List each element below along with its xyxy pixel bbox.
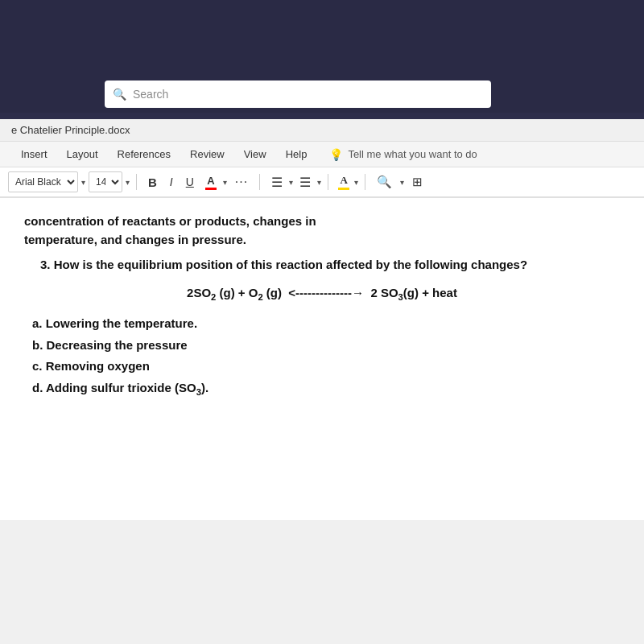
bold-button[interactable]: B <box>143 171 162 192</box>
indent-chevron[interactable]: ▾ <box>317 178 321 187</box>
font-size-select[interactable]: 14 <box>89 171 122 192</box>
answer-b: b. Decreasing the pressure <box>32 336 620 355</box>
italic-button[interactable]: I <box>165 171 178 192</box>
search-icon: 🔍 <box>113 88 126 101</box>
search-input-placeholder[interactable]: Search <box>133 88 168 101</box>
search-button[interactable]: 🔍 <box>372 171 397 192</box>
document-title: e Chatelier Principle.docx <box>11 124 130 136</box>
list-button[interactable]: ☰ <box>266 171 287 192</box>
divider-2 <box>259 174 260 190</box>
font-color-button[interactable]: A <box>202 173 220 192</box>
font-color-bar <box>205 188 217 190</box>
highlight-chevron[interactable]: ▾ <box>354 178 358 187</box>
answer-d-text-suffix: ). <box>201 381 208 394</box>
search-bar-container: 🔍 Search <box>105 80 491 108</box>
partial-line: concentration of reactants or products, … <box>24 214 620 228</box>
question-text: How is the equilibrium position of this … <box>54 258 527 271</box>
font-name-select[interactable]: Arial Black <box>8 171 78 192</box>
answer-d-text-prefix: Adding sulfur trioxide (SO <box>46 381 196 394</box>
menu-review[interactable]: Review <box>180 145 234 163</box>
divider-4 <box>365 174 365 190</box>
divider-1 <box>136 174 137 190</box>
word-window: e Chatelier Principle.docx Insert Layout… <box>0 119 644 644</box>
answer-c-text: Removing oxygen <box>46 359 150 373</box>
answers-list: a. Lowering the temperature. b. Decreasi… <box>24 315 620 398</box>
answer-c-label: c. <box>32 359 46 373</box>
toolbar: Arial Black ▾ 14 ▾ B I U A ▾ ··· ☰ ▾ ☰ <box>0 167 644 198</box>
search-chevron[interactable]: ▾ <box>400 178 404 187</box>
menu-search-area[interactable]: 💡 Tell me what you want to do <box>329 148 477 161</box>
menu-view[interactable]: View <box>234 145 276 163</box>
title-bar: e Chatelier Principle.docx <box>0 119 644 142</box>
divider-3 <box>328 174 328 190</box>
font-color-label: A <box>207 175 214 187</box>
doc-content: concentration of reactants or products, … <box>0 198 644 520</box>
screen: 🔍 Search e Chatelier Principle.docx Inse… <box>0 0 644 644</box>
highlight-button[interactable]: A <box>335 172 353 192</box>
font-name-chevron: ▾ <box>81 178 85 187</box>
reaction-equation: 2SO2 (g) + O2 (g) <--------------→ 2 SO3… <box>24 286 620 302</box>
menu-references[interactable]: References <box>108 145 180 163</box>
question-3: 3. How is the equilibrium position of th… <box>24 256 620 273</box>
view-button[interactable]: ⊞ <box>407 171 427 192</box>
answer-d-label: d. <box>32 381 46 394</box>
menu-search-text: Tell me what you want to do <box>348 148 477 160</box>
menu-help[interactable]: Help <box>276 145 317 163</box>
answer-b-label: b. <box>32 338 47 352</box>
font-color-chevron[interactable]: ▾ <box>223 178 227 187</box>
indent-button[interactable]: ☰ <box>295 171 316 192</box>
bold-line: temperature, and changes in pressure. <box>24 233 620 246</box>
search-bar[interactable]: 🔍 Search <box>105 80 491 108</box>
answer-a-label: a. <box>32 316 46 330</box>
menu-bar: Insert Layout References Review View Hel… <box>0 142 644 167</box>
more-options-button[interactable]: ··· <box>230 171 253 192</box>
answer-d: d. Adding sulfur trioxide (SO3). <box>32 379 620 399</box>
font-size-chevron: ▾ <box>126 178 130 187</box>
list-chevron[interactable]: ▾ <box>289 178 293 187</box>
highlight-group: A ▾ <box>335 172 358 192</box>
menu-insert[interactable]: Insert <box>11 145 57 163</box>
menu-layout[interactable]: Layout <box>57 145 108 163</box>
list-buttons: ☰ ▾ ☰ ▾ <box>266 171 321 192</box>
answer-b-text: Decreasing the pressure <box>47 338 188 352</box>
lightbulb-icon: 💡 <box>329 148 343 161</box>
highlight-label: A <box>341 174 348 187</box>
question-number: 3. <box>40 258 51 271</box>
answer-a: a. Lowering the temperature. <box>32 315 620 333</box>
answer-c: c. Removing oxygen <box>32 357 620 376</box>
underline-button[interactable]: U <box>181 171 199 192</box>
highlight-color-bar <box>338 188 349 190</box>
answer-a-text: Lowering the temperature. <box>46 316 197 330</box>
